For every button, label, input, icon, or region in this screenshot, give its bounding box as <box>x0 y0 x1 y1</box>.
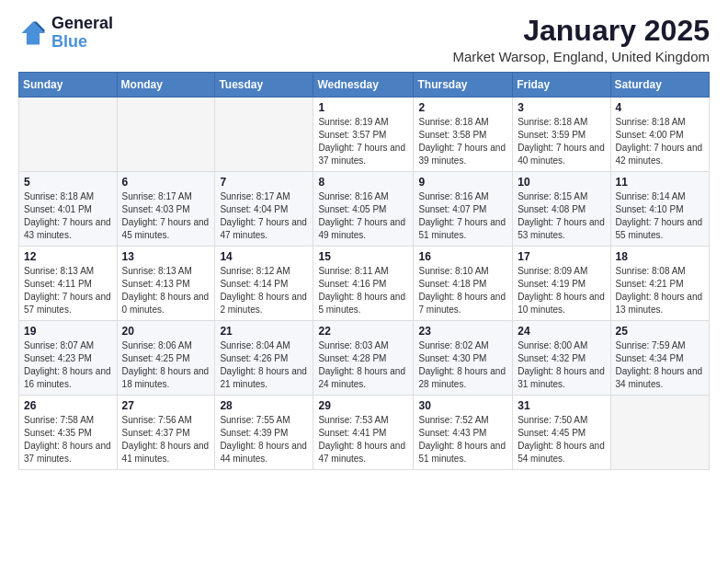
month-title: January 2025 <box>452 15 710 47</box>
calendar-cell: 8Sunrise: 8:16 AMSunset: 4:05 PMDaylight… <box>313 172 414 247</box>
day-info: Sunrise: 7:50 AMSunset: 4:45 PMDaylight:… <box>518 414 605 465</box>
calendar-cell: 7Sunrise: 8:17 AMSunset: 4:04 PMDaylight… <box>215 172 313 247</box>
day-number: 29 <box>318 399 408 412</box>
day-info: Sunrise: 8:11 AMSunset: 4:16 PMDaylight:… <box>318 265 408 316</box>
calendar-cell: 19Sunrise: 8:07 AMSunset: 4:23 PMDayligh… <box>19 321 118 396</box>
calendar-cell: 15Sunrise: 8:11 AMSunset: 4:16 PMDayligh… <box>313 247 414 321</box>
day-number: 17 <box>518 250 605 263</box>
calendar-table: SundayMondayTuesdayWednesdayThursdayFrid… <box>18 72 710 470</box>
calendar-cell: 13Sunrise: 8:13 AMSunset: 4:13 PMDayligh… <box>117 247 215 321</box>
day-number: 10 <box>518 176 605 189</box>
calendar-cell: 5Sunrise: 8:18 AMSunset: 4:01 PMDaylight… <box>19 172 118 247</box>
logo-line1: General <box>51 15 113 33</box>
calendar-cell: 14Sunrise: 8:12 AMSunset: 4:14 PMDayligh… <box>215 247 313 321</box>
day-info: Sunrise: 8:10 AMSunset: 4:18 PMDaylight:… <box>418 265 507 316</box>
logo-icon <box>18 18 48 48</box>
day-number: 16 <box>418 250 507 263</box>
calendar-cell: 10Sunrise: 8:15 AMSunset: 4:08 PMDayligh… <box>513 172 610 247</box>
calendar-cell: 4Sunrise: 8:18 AMSunset: 4:00 PMDaylight… <box>610 98 709 172</box>
day-number: 2 <box>418 101 507 114</box>
day-number: 7 <box>220 176 308 189</box>
calendar-cell: 23Sunrise: 8:02 AMSunset: 4:30 PMDayligh… <box>414 321 513 396</box>
day-number: 19 <box>24 325 112 338</box>
day-info: Sunrise: 8:00 AMSunset: 4:32 PMDaylight:… <box>518 339 605 391</box>
day-number: 25 <box>616 325 704 338</box>
calendar-cell <box>610 396 709 470</box>
day-number: 12 <box>24 250 112 263</box>
calendar-cell: 16Sunrise: 8:10 AMSunset: 4:18 PMDayligh… <box>414 247 513 321</box>
day-number: 13 <box>122 250 210 263</box>
logo: General Blue <box>18 15 113 52</box>
calendar-cell: 25Sunrise: 7:59 AMSunset: 4:34 PMDayligh… <box>610 321 709 396</box>
calendar-cell: 3Sunrise: 8:18 AMSunset: 3:59 PMDaylight… <box>513 98 610 172</box>
weekday-header: Monday <box>117 73 215 98</box>
day-number: 26 <box>24 399 112 412</box>
day-info: Sunrise: 7:56 AMSunset: 4:37 PMDaylight:… <box>122 414 210 465</box>
weekday-header: Saturday <box>610 73 709 98</box>
day-number: 9 <box>418 176 507 189</box>
day-number: 27 <box>122 399 210 412</box>
day-number: 11 <box>616 176 704 189</box>
title-block: January 2025 Market Warsop, England, Uni… <box>452 15 710 64</box>
day-info: Sunrise: 7:55 AMSunset: 4:39 PMDaylight:… <box>220 414 308 465</box>
day-info: Sunrise: 8:07 AMSunset: 4:23 PMDaylight:… <box>24 339 112 391</box>
calendar-cell: 12Sunrise: 8:13 AMSunset: 4:11 PMDayligh… <box>19 247 118 321</box>
day-info: Sunrise: 8:18 AMSunset: 3:59 PMDaylight:… <box>518 116 605 167</box>
calendar-cell: 20Sunrise: 8:06 AMSunset: 4:25 PMDayligh… <box>117 321 215 396</box>
day-info: Sunrise: 8:18 AMSunset: 3:58 PMDaylight:… <box>418 116 507 167</box>
day-number: 28 <box>220 399 308 412</box>
day-info: Sunrise: 8:16 AMSunset: 4:05 PMDaylight:… <box>318 190 408 242</box>
day-info: Sunrise: 8:19 AMSunset: 3:57 PMDaylight:… <box>318 116 408 167</box>
calendar-week-row: 1Sunrise: 8:19 AMSunset: 3:57 PMDaylight… <box>19 98 710 172</box>
weekday-header: Sunday <box>19 73 118 98</box>
location: Market Warsop, England, United Kingdom <box>452 49 710 64</box>
calendar-cell: 1Sunrise: 8:19 AMSunset: 3:57 PMDaylight… <box>313 98 414 172</box>
header: General Blue January 2025 Market Warsop,… <box>18 15 710 64</box>
day-number: 22 <box>318 325 408 338</box>
weekday-header: Friday <box>513 73 610 98</box>
page: General Blue January 2025 Market Warsop,… <box>0 0 728 563</box>
calendar-cell: 21Sunrise: 8:04 AMSunset: 4:26 PMDayligh… <box>215 321 313 396</box>
calendar-cell: 22Sunrise: 8:03 AMSunset: 4:28 PMDayligh… <box>313 321 414 396</box>
calendar-cell: 29Sunrise: 7:53 AMSunset: 4:41 PMDayligh… <box>313 396 414 470</box>
calendar-cell: 9Sunrise: 8:16 AMSunset: 4:07 PMDaylight… <box>414 172 513 247</box>
day-info: Sunrise: 8:03 AMSunset: 4:28 PMDaylight:… <box>318 339 408 391</box>
weekday-header: Tuesday <box>215 73 313 98</box>
day-info: Sunrise: 7:52 AMSunset: 4:43 PMDaylight:… <box>418 414 507 465</box>
day-number: 5 <box>24 176 112 189</box>
calendar-cell <box>117 98 215 172</box>
calendar-cell: 17Sunrise: 8:09 AMSunset: 4:19 PMDayligh… <box>513 247 610 321</box>
weekday-header: Wednesday <box>313 73 414 98</box>
day-info: Sunrise: 7:58 AMSunset: 4:35 PMDaylight:… <box>24 414 112 465</box>
day-info: Sunrise: 8:15 AMSunset: 4:08 PMDaylight:… <box>518 190 605 242</box>
day-info: Sunrise: 8:02 AMSunset: 4:30 PMDaylight:… <box>418 339 507 391</box>
calendar-header-row: SundayMondayTuesdayWednesdayThursdayFrid… <box>19 73 710 98</box>
day-number: 14 <box>220 250 308 263</box>
day-info: Sunrise: 8:16 AMSunset: 4:07 PMDaylight:… <box>418 190 507 242</box>
calendar-week-row: 5Sunrise: 8:18 AMSunset: 4:01 PMDaylight… <box>19 172 710 247</box>
calendar-cell <box>215 98 313 172</box>
calendar-cell <box>19 98 118 172</box>
day-info: Sunrise: 8:13 AMSunset: 4:13 PMDaylight:… <box>122 265 210 316</box>
calendar-cell: 6Sunrise: 8:17 AMSunset: 4:03 PMDaylight… <box>117 172 215 247</box>
day-number: 31 <box>518 399 605 412</box>
day-number: 24 <box>518 325 605 338</box>
day-info: Sunrise: 8:13 AMSunset: 4:11 PMDaylight:… <box>24 265 112 316</box>
day-info: Sunrise: 7:53 AMSunset: 4:41 PMDaylight:… <box>318 414 408 465</box>
day-number: 3 <box>518 101 605 114</box>
day-info: Sunrise: 8:17 AMSunset: 4:04 PMDaylight:… <box>220 190 308 242</box>
day-number: 8 <box>318 176 408 189</box>
calendar-cell: 30Sunrise: 7:52 AMSunset: 4:43 PMDayligh… <box>414 396 513 470</box>
day-info: Sunrise: 8:04 AMSunset: 4:26 PMDaylight:… <box>220 339 308 391</box>
day-number: 4 <box>616 101 704 114</box>
day-number: 20 <box>122 325 210 338</box>
calendar-cell: 2Sunrise: 8:18 AMSunset: 3:58 PMDaylight… <box>414 98 513 172</box>
day-number: 18 <box>616 250 704 263</box>
day-info: Sunrise: 7:59 AMSunset: 4:34 PMDaylight:… <box>616 339 704 391</box>
calendar-cell: 11Sunrise: 8:14 AMSunset: 4:10 PMDayligh… <box>610 172 709 247</box>
day-info: Sunrise: 8:08 AMSunset: 4:21 PMDaylight:… <box>616 265 704 316</box>
day-info: Sunrise: 8:18 AMSunset: 4:01 PMDaylight:… <box>24 190 112 242</box>
calendar-week-row: 19Sunrise: 8:07 AMSunset: 4:23 PMDayligh… <box>19 321 710 396</box>
calendar-week-row: 26Sunrise: 7:58 AMSunset: 4:35 PMDayligh… <box>19 396 710 470</box>
calendar-week-row: 12Sunrise: 8:13 AMSunset: 4:11 PMDayligh… <box>19 247 710 321</box>
